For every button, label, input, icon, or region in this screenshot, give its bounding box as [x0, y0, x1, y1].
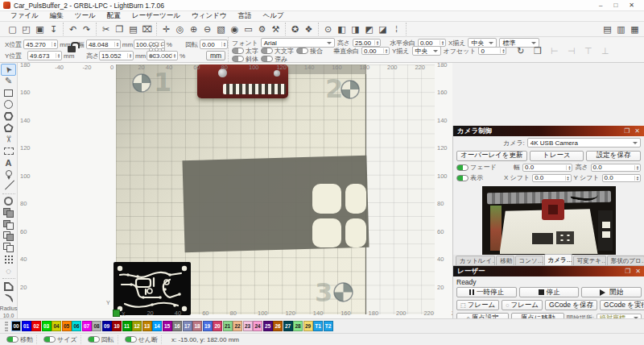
tab-コンソ…[interactable]: コンソ…	[515, 256, 543, 265]
select-tool[interactable]: ➤	[1, 64, 16, 76]
minimize-button[interactable]: –	[599, 2, 602, 9]
tab-形状のプロ…[interactable]: 形状のプロ…	[607, 256, 644, 265]
menu-ツール[interactable]: ツール	[69, 11, 101, 21]
anchor-grid[interactable]	[148, 41, 166, 59]
pan-icon[interactable]: ✛	[159, 23, 173, 35]
height-field[interactable]: 15.052▲▼	[99, 51, 134, 60]
pentagon-tool[interactable]	[1, 122, 16, 133]
palette-chip-16[interactable]: 16	[172, 321, 182, 331]
menu-ヘルプ[interactable]: ヘルプ	[258, 11, 290, 21]
offset-tool[interactable]	[1, 196, 16, 207]
paste-icon[interactable]: ▤	[126, 23, 140, 35]
frame-rubber-button[interactable]: ◌フレーム	[502, 300, 543, 310]
zoom-out-icon[interactable]: ⊖	[200, 23, 214, 35]
rectangle-tool[interactable]	[1, 87, 16, 98]
boolean-union-tool[interactable]	[1, 207, 16, 218]
draw-lines-tool[interactable]: ✎	[1, 76, 16, 87]
palette-chip-22[interactable]: 22	[233, 321, 242, 331]
grid-array-tool[interactable]	[1, 254, 16, 265]
camera-dock-close-icon[interactable]: ✕	[634, 127, 640, 135]
device-settings-icon[interactable]: ⚙	[255, 23, 269, 35]
status-toggle-回転[interactable]: 回転	[85, 335, 118, 344]
circular-array-tool[interactable]: ◌	[1, 265, 16, 276]
delete-icon[interactable]: ⌧	[140, 23, 154, 35]
palette-chip-14[interactable]: 14	[152, 321, 162, 331]
update-overlay-button[interactable]: オーバーレイを更新	[456, 151, 527, 161]
pcb-trace-image[interactable]	[114, 262, 191, 315]
palette-chip-25[interactable]: 25	[263, 321, 273, 331]
run-gcode-button[interactable]: GCode を実行	[600, 300, 644, 310]
status-toggle-サイズ[interactable]: サイズ	[40, 335, 81, 344]
save-camera-settings-button[interactable]: 設定を保存	[586, 151, 641, 161]
cam-height-field[interactable]: 0.0▲▼	[591, 164, 641, 172]
palette-chip-08[interactable]: 08	[92, 321, 101, 331]
menu-言語[interactable]: 言語	[233, 11, 258, 21]
pause-button[interactable]: 一時停止	[456, 287, 517, 297]
laser-dock-title[interactable]: レーザー ❐✕	[453, 266, 644, 276]
y-position-field[interactable]: 49.673▲▼	[27, 51, 62, 60]
undo-icon[interactable]: ↶	[66, 23, 80, 35]
cut-icon[interactable]: ✂	[99, 23, 113, 35]
start-button[interactable]: 開始	[581, 287, 642, 297]
weld-toggle[interactable]: 接合	[296, 47, 323, 56]
fade-toggle[interactable]: フェード	[456, 163, 502, 172]
frame-square-button[interactable]: ⬚フレーム	[456, 300, 499, 310]
trim-tool[interactable]: ✂	[1, 134, 16, 145]
save-file-icon[interactable]: ▣	[33, 23, 47, 35]
maximize-button[interactable]: □	[613, 2, 617, 9]
copy-icon[interactable]: ❐	[113, 23, 126, 35]
corner-chamfer-tool[interactable]	[1, 281, 16, 292]
show-overlay-toggle[interactable]: 表示	[456, 173, 502, 182]
aspect-lock-icon[interactable]	[68, 46, 76, 52]
layout-1-icon[interactable]: ▤	[601, 23, 614, 35]
rotate-field[interactable]: 0.00▲▼	[200, 39, 228, 49]
layout-2-icon[interactable]: ▥	[614, 23, 628, 35]
frame-selection-icon[interactable]: ▧	[214, 23, 228, 35]
workspace-canvas[interactable]: 1 2 3	[18, 63, 452, 318]
new-file-icon[interactable]: ▢	[6, 23, 19, 35]
palette-chip-27[interactable]: 27	[283, 321, 293, 331]
trace-button[interactable]: トレース	[530, 151, 584, 161]
dock-right-icon[interactable]: ◨	[349, 23, 362, 35]
width-field[interactable]: 48.048▲▼	[86, 39, 121, 49]
status-toggle-移動[interactable]: 移動	[3, 335, 37, 344]
palette-drag-handle[interactable]	[5, 322, 8, 331]
palette-chip-12[interactable]: 12	[132, 321, 142, 331]
palette-chip-11[interactable]: 11	[122, 321, 132, 331]
dock-top-icon[interactable]: ◩	[362, 23, 376, 35]
beam-pointer-icon[interactable]: ❖	[302, 23, 316, 35]
position-laser-icon[interactable]: ✪	[288, 23, 302, 35]
palette-chip-20[interactable]: 20	[213, 321, 222, 331]
dock-bottom-icon[interactable]: ◪	[376, 23, 390, 35]
save-gcode-button[interactable]: GCode を保存	[545, 300, 597, 310]
palette-chip-28[interactable]: 28	[293, 321, 303, 331]
palette-chip-T1[interactable]: T1	[313, 321, 323, 331]
layout-3-icon[interactable]: ▦	[628, 23, 642, 35]
boolean-difference-tool[interactable]	[1, 242, 16, 253]
dock-left-icon[interactable]: ◧	[335, 23, 349, 35]
palette-chip-06[interactable]: 06	[72, 321, 81, 331]
tab-カメラ…[interactable]: カメラ…	[544, 254, 572, 265]
palette-chip-15[interactable]: 15	[163, 321, 172, 331]
polygon-tool[interactable]	[1, 110, 16, 122]
overflow-icon[interactable]: ⁞	[390, 23, 403, 35]
menu-レーザーツール[interactable]: レーザーツール	[126, 11, 186, 21]
palette-chip-09[interactable]: 09	[102, 321, 112, 331]
font-height-field[interactable]: 25.00▲▼	[353, 39, 381, 47]
palette-chip-07[interactable]: 07	[82, 321, 92, 331]
italic-toggle[interactable]: 斜体	[232, 55, 258, 64]
measure-tool[interactable]	[1, 180, 16, 191]
palette-chip-17[interactable]: 17	[183, 321, 192, 331]
palette-chip-01[interactable]: 01	[22, 321, 31, 331]
palette-chip-13[interactable]: 13	[142, 321, 152, 331]
palette-chip-T2[interactable]: T2	[324, 321, 333, 331]
edit-text-tool[interactable]: A	[1, 156, 16, 168]
open-file-icon[interactable]: ◰	[19, 23, 33, 35]
convert-path-icon[interactable]: ❒	[530, 44, 544, 57]
zoom-to-page-icon[interactable]: ◎	[173, 23, 187, 35]
boolean-subtract-tool[interactable]	[1, 218, 16, 230]
palette-chip-05[interactable]: 05	[62, 321, 72, 331]
cam-xshift-field[interactable]: 0.0▲▼	[532, 174, 571, 182]
cam-width-field[interactable]: 0.0▲▼	[522, 164, 572, 172]
cam-yshift-field[interactable]: 0.0▲▼	[602, 174, 641, 182]
